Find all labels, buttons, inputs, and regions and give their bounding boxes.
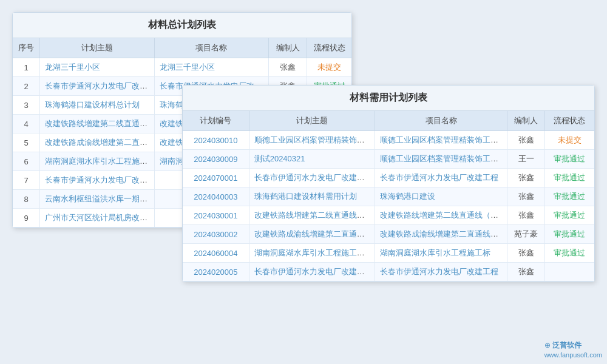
row-project[interactable]: 珠海鹤港口建设 <box>375 187 507 206</box>
row-plan[interactable]: 龙湖三千里小区 <box>40 58 155 77</box>
row-project[interactable]: 长春市伊通河水力发电厂改建工程 <box>375 169 507 187</box>
row-id: 8 <box>13 190 40 209</box>
row-plan[interactable]: 长春市伊通河水力发电厂改建工程合... <box>249 169 375 187</box>
plan-link[interactable]: 长春市伊通河水力发电厂改建工程材料总计划 <box>45 175 154 184</box>
row-plan-id[interactable]: 2024040003 <box>183 187 249 206</box>
row-plan[interactable]: 云南水利枢纽溢洪水库一期工程施工标材料... <box>40 190 155 209</box>
row-status: 未提交 <box>544 131 594 150</box>
row-id: 5 <box>13 133 40 152</box>
row-project[interactable]: 湖南洞庭湖水库引水工程施工标 <box>375 244 507 263</box>
plan-id-link[interactable]: 2024030002 <box>194 230 237 239</box>
row-project[interactable]: 改建铁路线增建第二线直通线（成都... <box>375 206 507 225</box>
plan-link[interactable]: 长春市伊通河水力发电厂改建工程材... <box>254 267 375 276</box>
table2-col-plan: 计划主题 <box>249 111 375 131</box>
plan-link[interactable]: 顺德工业园区档案管理精装饰工程（... <box>254 135 375 144</box>
row-plan-id[interactable]: 2024030001 <box>183 206 249 225</box>
row-plan[interactable]: 测试20240321 <box>249 150 375 169</box>
row-editor: 张鑫 <box>507 169 544 187</box>
plan-link[interactable]: 广州市天河区统计局机房改造项目材料总计划 <box>45 213 154 222</box>
row-plan[interactable]: 长春市伊通河水力发电厂改建工程合同材料... <box>40 77 155 96</box>
table1-col-plan: 计划主题 <box>40 38 155 58</box>
plan-id-link[interactable]: 2024030001 <box>194 211 237 220</box>
plan-link[interactable]: 改建铁路线增建第二线直通线（成都... <box>254 211 375 220</box>
project-link[interactable]: 顺德工业园区档案管理精装饰工程（... <box>380 135 507 144</box>
watermark-icon: ⊕ <box>544 341 551 349</box>
row-plan[interactable]: 长春市伊通河水力发电厂改建工程材... <box>249 263 375 281</box>
row-id: 3 <box>13 96 40 115</box>
table1-header: 序号 计划主题 项目名称 编制人 流程状态 <box>13 38 351 58</box>
table-row: 2024030010顺德工业园区档案管理精装饰工程（...顺德工业园区档案管理精… <box>183 131 594 150</box>
row-status: 审批通过 <box>544 206 594 225</box>
table1-title: 材料总计划列表 <box>13 13 351 38</box>
plan-link[interactable]: 测试20240321 <box>254 154 305 163</box>
row-plan[interactable]: 顺德工业园区档案管理精装饰工程（... <box>249 131 375 150</box>
table-row: 2024030009测试20240321顺德工业园区档案管理精装饰工程（...王… <box>183 150 594 169</box>
row-plan-id[interactable]: 2024030010 <box>183 131 249 150</box>
project-link[interactable]: 长春市伊通河水力发电厂改建工程 <box>380 267 498 276</box>
plan-link[interactable]: 珠海鹤港口建设材料总计划 <box>45 100 140 109</box>
plan-link[interactable]: 湖南洞庭湖水库引水工程施工标材... <box>254 248 375 257</box>
row-editor: 苑子豪 <box>507 225 544 244</box>
plan-id-link[interactable]: 2024020005 <box>194 268 237 277</box>
project-link[interactable]: 改建铁路成渝线增建第二直通线（成... <box>380 229 507 238</box>
row-plan[interactable]: 湖南洞庭湖水库引水工程施工标材料总计划 <box>40 152 155 171</box>
row-plan[interactable]: 改建铁路线增建第二线直通线（成都... <box>249 206 375 225</box>
table-row: 2024020005长春市伊通河水力发电厂改建工程材...长春市伊通河水力发电厂… <box>183 263 594 281</box>
row-status: 审批通过 <box>544 187 594 206</box>
plan-id-link[interactable]: 2024060004 <box>194 249 237 258</box>
project-link[interactable]: 顺德工业园区档案管理精装饰工程（... <box>380 154 507 163</box>
watermark-brand: 泛普软件 <box>552 341 582 349</box>
project-link[interactable]: 改建铁路线增建第二线直通线（成都... <box>380 211 507 220</box>
row-plan-id[interactable]: 2024060004 <box>183 244 249 263</box>
row-project[interactable]: 龙湖三千里小区 <box>154 58 269 77</box>
row-plan[interactable]: 改建铁路成渝线增建第二直通线（成... <box>249 225 375 244</box>
row-id: 7 <box>13 171 40 190</box>
row-plan[interactable]: 改建铁路成渝线增建第二直通线（成渝枢纽... <box>40 133 155 152</box>
row-plan-id[interactable]: 2024070001 <box>183 169 249 187</box>
row-plan-id[interactable]: 2024030009 <box>183 150 249 169</box>
plan-link[interactable]: 改建铁路线增建第二线直通线（成都-西安）... <box>45 119 154 128</box>
plan-link[interactable]: 改建铁路成渝线增建第二直通线（成... <box>254 229 375 238</box>
plan-link[interactable]: 长春市伊通河水力发电厂改建工程合同材料... <box>45 81 154 90</box>
row-status: 审批通过 <box>544 150 594 169</box>
row-id: 1 <box>13 58 40 77</box>
table-row: 2024030001改建铁路线增建第二线直通线（成都...改建铁路线增建第二线直… <box>183 206 594 225</box>
plan-link[interactable]: 湖南洞庭湖水库引水工程施工标材料总计划 <box>45 157 154 166</box>
table2-content: 计划编号 计划主题 项目名称 编制人 流程状态 2024030010顺德工业园区… <box>183 111 594 281</box>
row-editor: 张鑫 <box>507 244 544 263</box>
row-project[interactable]: 顺德工业园区档案管理精装饰工程（... <box>375 131 507 150</box>
plan-link[interactable]: 云南水利枢纽溢洪水库一期工程施工标材料... <box>45 194 154 203</box>
plan-link[interactable]: 改建铁路成渝线增建第二直通线（成渝枢纽... <box>45 138 154 147</box>
plan-id-link[interactable]: 2024070001 <box>194 174 237 183</box>
plan-id-link[interactable]: 2024030010 <box>194 136 237 145</box>
row-project[interactable]: 改建铁路成渝线增建第二直通线（成... <box>375 225 507 244</box>
project-link[interactable]: 湖南洞庭湖水库引水工程施工标 <box>380 248 490 257</box>
plan-link[interactable]: 珠海鹤港口建设材料需用计划 <box>254 192 357 201</box>
row-project[interactable]: 顺德工业园区档案管理精装饰工程（... <box>375 150 507 169</box>
row-plan[interactable]: 珠海鹤港口建设材料总计划 <box>40 96 155 115</box>
table-row: 2024060004湖南洞庭湖水库引水工程施工标材...湖南洞庭湖水库引水工程施… <box>183 244 594 263</box>
row-plan[interactable]: 珠海鹤港口建设材料需用计划 <box>249 187 375 206</box>
row-plan[interactable]: 改建铁路线增建第二线直通线（成都-西安）... <box>40 115 155 133</box>
table1-col-project: 项目名称 <box>154 38 269 58</box>
watermark: ⊕ 泛普软件 www.fanpusoft.com <box>544 340 602 359</box>
project-link[interactable]: 珠海鹤港口建设 <box>380 192 435 201</box>
plan-id-link[interactable]: 2024040003 <box>194 192 237 201</box>
row-plan[interactable]: 广州市天河区统计局机房改造项目材料总计划 <box>40 209 155 228</box>
table2-col-id: 计划编号 <box>183 111 249 131</box>
row-id: 9 <box>13 209 40 228</box>
row-plan-id[interactable]: 2024020005 <box>183 263 249 281</box>
plan-link[interactable]: 龙湖三千里小区 <box>45 62 100 72</box>
row-plan[interactable]: 湖南洞庭湖水库引水工程施工标材... <box>249 244 375 263</box>
row-editor: 王一 <box>507 150 544 169</box>
plan-link[interactable]: 长春市伊通河水力发电厂改建工程合... <box>254 173 375 182</box>
row-id: 4 <box>13 115 40 133</box>
row-plan-id[interactable]: 2024030002 <box>183 225 249 244</box>
plan-id-link[interactable]: 2024030009 <box>194 155 237 164</box>
row-plan[interactable]: 长春市伊通河水力发电厂改建工程材料总计划 <box>40 171 155 190</box>
project-link[interactable]: 长春市伊通河水力发电厂改建工程 <box>380 173 498 182</box>
table-row: 2024070001长春市伊通河水力发电厂改建工程合...长春市伊通河水力发电厂… <box>183 169 594 187</box>
project-link[interactable]: 龙湖三千里小区 <box>160 62 215 72</box>
table-row: 2024030002改建铁路成渝线增建第二直通线（成...改建铁路成渝线增建第二… <box>183 225 594 244</box>
row-project[interactable]: 长春市伊通河水力发电厂改建工程 <box>375 263 507 281</box>
